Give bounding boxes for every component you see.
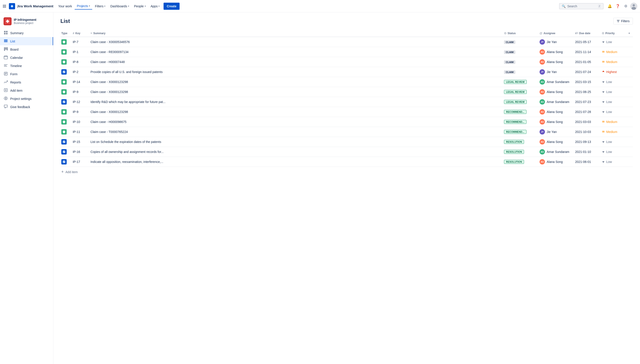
- svg-rect-23: [5, 47, 7, 50]
- cell-extra: [626, 147, 633, 157]
- topnav-projects[interactable]: Projects ▾: [75, 3, 92, 10]
- table-row[interactable]: IP-2Provide copies of all U.S. and forei…: [60, 67, 633, 77]
- table-row[interactable]: IP-9Claim case - X0000123298LEGAL REVIEW…: [60, 87, 633, 97]
- svg-point-11: [633, 4, 635, 6]
- cell-key[interactable]: IP-9: [70, 87, 88, 97]
- search-icon: 🔍: [562, 4, 566, 8]
- col-add[interactable]: +: [626, 30, 633, 37]
- cell-summary[interactable]: List on Schedule the expiration dates of…: [88, 137, 501, 147]
- table-row[interactable]: IP-14Claim case - X0000123298LEGAL REVIE…: [60, 77, 633, 87]
- priority-col-icon: ⊙: [602, 32, 604, 35]
- sidebar-item-reports[interactable]: Reports: [0, 78, 53, 86]
- cell-due-date: 2021-06-01: [572, 157, 599, 167]
- cell-key[interactable]: IP-9: [70, 107, 88, 117]
- table-row[interactable]: IP-8Claim case - H00007448CLAIMASAlana S…: [60, 57, 633, 67]
- col-due-date[interactable]: 🏷 Due date: [572, 30, 599, 37]
- create-button[interactable]: Create: [163, 3, 179, 10]
- col-key[interactable]: # Key: [70, 30, 88, 37]
- search-bar[interactable]: 🔍 Search /: [559, 3, 603, 9]
- cell-summary[interactable]: Claim case - X0000123298: [88, 107, 501, 117]
- priority-icon: [602, 140, 605, 144]
- cell-key[interactable]: IP-17: [70, 157, 88, 167]
- sidebar-item-add-item[interactable]: Add item: [0, 86, 53, 94]
- jira-logo[interactable]: Jira Work Management: [9, 3, 53, 9]
- sidebar-item-project-settings[interactable]: Project settings: [0, 94, 53, 103]
- cell-priority: Low: [599, 37, 626, 47]
- cell-summary[interactable]: Claim case - T0000765224: [88, 127, 501, 137]
- avatar: AS: [540, 79, 545, 84]
- cell-key[interactable]: IP-14: [70, 77, 88, 87]
- cell-key[interactable]: IP-15: [70, 137, 88, 147]
- table-row[interactable]: IP-10Claim case - H000098675RECOMMEND...…: [60, 117, 633, 127]
- settings-button[interactable]: ⚙: [622, 3, 629, 10]
- status-badge: LEGAL REVIEW: [504, 100, 527, 104]
- topnav-dashboards[interactable]: Dashboards ▾: [108, 3, 131, 9]
- cell-summary[interactable]: Indicate all opposition, reexamination, …: [88, 157, 501, 167]
- table-row[interactable]: IP-15List on Schedule the expiration dat…: [60, 137, 633, 147]
- cell-extra: [626, 37, 633, 47]
- user-avatar-icon: [630, 3, 637, 10]
- sidebar-item-board[interactable]: Board: [0, 45, 53, 54]
- cell-key[interactable]: IP-7: [70, 37, 88, 47]
- table-row[interactable]: IP-7Claim case - X00005346576CLAIMJYJie …: [60, 37, 633, 47]
- cell-summary[interactable]: Claim case - RE000097134: [88, 47, 501, 57]
- filters-button[interactable]: Filters: [613, 18, 633, 24]
- add-item-row[interactable]: + Add item: [60, 167, 633, 177]
- cell-summary[interactable]: Claim case - H000098675: [88, 117, 501, 127]
- cell-key[interactable]: IP-8: [70, 57, 88, 67]
- topnav-your-work[interactable]: Your work: [56, 3, 74, 9]
- apps-grid-button[interactable]: [3, 4, 6, 8]
- cell-status: LEGAL REVIEW: [501, 97, 537, 107]
- cell-summary[interactable]: Identify R&D which may be appropriate fo…: [88, 97, 501, 107]
- list-table: Type # Key ≡ Summary: [60, 30, 633, 167]
- table-row[interactable]: IP-16Copies of all ownership and assignm…: [60, 147, 633, 157]
- priority-icon: [602, 130, 605, 134]
- priority-icon: [602, 50, 605, 54]
- cell-key[interactable]: IP-12: [70, 97, 88, 107]
- assignee-name: Alana Song: [547, 160, 563, 164]
- cell-key[interactable]: IP-16: [70, 147, 88, 157]
- table-row[interactable]: IP-9Claim case - X0000123298RECOMMEND...…: [60, 107, 633, 117]
- project-icon-svg: [4, 17, 12, 25]
- topnav-apps[interactable]: Apps ▾: [148, 3, 162, 9]
- help-button[interactable]: ❓: [614, 3, 621, 10]
- cell-summary[interactable]: Claim case - X00005346576: [88, 37, 501, 47]
- sidebar-item-timeline[interactable]: Timeline: [0, 62, 53, 70]
- sidebar-project[interactable]: IP Infringement Business project: [0, 15, 53, 29]
- cell-summary[interactable]: Provide copies of all U.S. and foreign i…: [88, 67, 501, 77]
- col-summary[interactable]: ≡ Summary: [88, 30, 501, 37]
- col-assignee[interactable]: @ Assignee: [537, 30, 572, 37]
- cell-key[interactable]: IP-1: [70, 47, 88, 57]
- notifications-button[interactable]: 🔔: [606, 3, 613, 10]
- table-row[interactable]: IP-11Claim case - T0000765224RECOMMEND..…: [60, 127, 633, 137]
- search-kbd: /: [598, 4, 601, 8]
- sidebar-item-summary[interactable]: Summary: [0, 29, 53, 37]
- cell-summary[interactable]: Copies of all ownership and assignment r…: [88, 147, 501, 157]
- cell-key[interactable]: IP-11: [70, 127, 88, 137]
- sidebar-item-give-feedback[interactable]: Give feedback: [0, 103, 53, 111]
- cell-key[interactable]: IP-2: [70, 67, 88, 77]
- cell-summary[interactable]: Claim case - X0000123298: [88, 87, 501, 97]
- priority-label: Highest: [606, 70, 617, 74]
- col-status[interactable]: ⊙ Status: [501, 30, 537, 37]
- topnav-filters[interactable]: Filters ▾: [93, 3, 108, 9]
- table-row[interactable]: IP-1Claim case - RE000097134CLAIMASAlana…: [60, 47, 633, 57]
- cell-summary[interactable]: Claim case - X0000123298: [88, 77, 501, 87]
- col-priority[interactable]: ⊙ Priority: [599, 30, 626, 37]
- sidebar-item-form[interactable]: Form: [0, 70, 53, 78]
- avatar: AS: [540, 139, 545, 144]
- topnav-people[interactable]: People ▾: [132, 3, 148, 9]
- sidebar-item-list[interactable]: List: [0, 37, 53, 45]
- table-row[interactable]: IP-17Indicate all opposition, reexaminat…: [60, 157, 633, 167]
- shield-icon: [61, 49, 67, 54]
- cell-summary[interactable]: Claim case - H00007448: [88, 57, 501, 67]
- grid-icon: [3, 4, 6, 8]
- status-badge: LEGAL REVIEW: [504, 80, 527, 84]
- add-item-icon: [4, 88, 8, 93]
- svg-point-7: [4, 7, 5, 8]
- user-avatar[interactable]: [630, 3, 637, 10]
- table-row[interactable]: IP-12Identify R&D which may be appropria…: [60, 97, 633, 107]
- search-placeholder: Search: [567, 4, 596, 8]
- cell-key[interactable]: IP-10: [70, 117, 88, 127]
- sidebar-item-calendar[interactable]: Calendar: [0, 54, 53, 62]
